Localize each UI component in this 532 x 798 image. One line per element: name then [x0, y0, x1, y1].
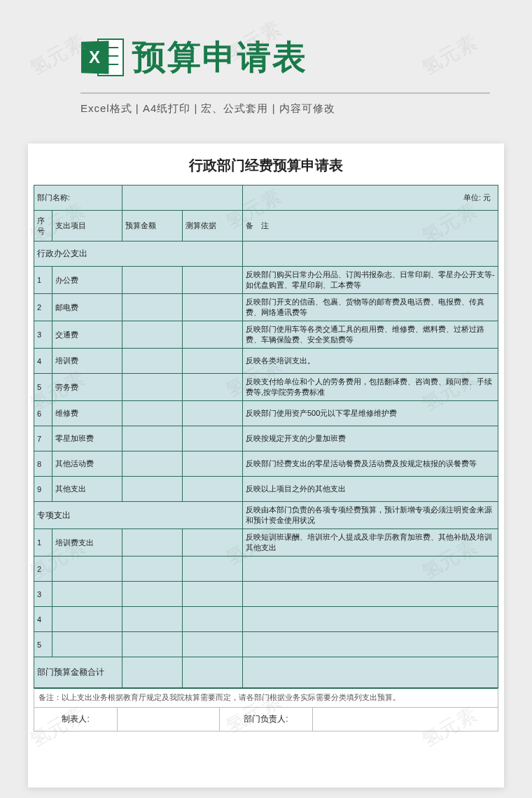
dept-label: 部门名称:	[34, 186, 122, 211]
table-row: 4	[34, 607, 498, 632]
table-row: 1培训费支出反映短训班课酬、培训班个人提成及非学历教育加班费、其他补助及培训其他…	[34, 529, 498, 556]
unit-label: 单位: 元	[243, 186, 498, 211]
sheet-title: 行政部门经费预算申请表	[34, 150, 498, 185]
table-row: 7零星加班费反映按规定开支的少量加班费	[34, 426, 498, 451]
document-page: 行政部门经费预算申请表 部门名称: 单位: 元 序号 支出项目 预算金额 测算依…	[28, 144, 504, 788]
template-title: 预算申请表	[132, 35, 307, 80]
col-item: 支出项目	[52, 211, 122, 241]
signature-table: 制表人: 部门负责人:	[34, 708, 498, 732]
table-row: 2	[34, 556, 498, 582]
leader-label: 部门负责人:	[220, 708, 313, 732]
table-row: 4培训费反映各类培训支出。	[34, 349, 498, 374]
excel-icon: X	[80, 36, 124, 79]
template-subtitle: Excel格式 | A4纸打印 | 宏、公式套用 | 内容可修改	[0, 94, 532, 115]
dept-row: 部门名称: 单位: 元	[34, 186, 498, 211]
section-special: 专项支出 反映由本部门负责的各项专项经费预算，预计新增专项必须注明资金来源和预计…	[34, 502, 498, 529]
col-basis: 测算依据	[183, 211, 243, 241]
table-row: 9其他支出反映以上项目之外的其他支出	[34, 477, 498, 502]
leader-value	[312, 708, 498, 732]
budget-table: 部门名称: 单位: 元 序号 支出项目 预算金额 测算依据 备 注 行政办公支出…	[34, 185, 498, 688]
section-admin: 行政办公支出	[34, 241, 498, 267]
col-num: 序号	[34, 211, 52, 241]
col-remark: 备 注	[243, 211, 498, 241]
table-row: 5	[34, 632, 498, 657]
table-row: 3	[34, 582, 498, 607]
maker-label: 制表人:	[34, 708, 118, 732]
table-row: 1办公费反映部门购买日常办公用品、订阅书报杂志、日常印刷、零星办公开支等-如优盘…	[34, 267, 498, 294]
template-header: X 预算申请表	[0, 0, 532, 80]
table-row: 2邮电费反映部门开支的信函、包裹、货物等的邮寄费及电话费、电报费、传真费、网络通…	[34, 294, 498, 321]
header-row: 序号 支出项目 预算金额 测算依据 备 注	[34, 211, 498, 241]
col-amount: 预算金额	[122, 211, 183, 241]
table-row: 8其他活动费反映部门经费支出的零星活动餐费及活动费及按规定核报的误餐费等	[34, 451, 498, 477]
total-row: 部门预算金额合计	[34, 657, 498, 688]
table-row: 3交通费反映部门使用车等各类交通工具的租用费、维修费、燃料费、过桥过路费、车辆保…	[34, 321, 498, 349]
dept-value	[122, 186, 243, 211]
table-row: 5劳务费反映支付给单位和个人的劳务费用，包括翻译费、咨询费、顾问费、手续费等,按…	[34, 374, 498, 401]
footer-note: 备注：以上支出业务根据教育厅规定及我院核算需要而定，请各部门根据业务实际需要分类…	[34, 688, 498, 708]
table-row: 6维修费反映部门使用资产500元以下零星维修维护费	[34, 401, 498, 426]
maker-value	[118, 708, 220, 732]
